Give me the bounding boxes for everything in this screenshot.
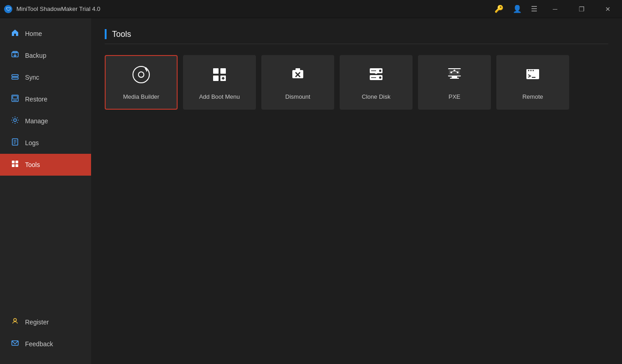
svg-rect-43 (450, 78, 459, 79)
svg-point-34 (379, 70, 382, 72)
sidebar-item-manage-label: Manage (25, 117, 48, 125)
pxe-icon (444, 65, 464, 89)
app-body: Home Backup Sync (0, 18, 622, 364)
sidebar-item-feedback-label: Feedback (25, 340, 53, 348)
svg-rect-24 (220, 68, 226, 74)
page-header: Tools (105, 29, 608, 44)
svg-point-21 (133, 66, 149, 83)
app-title: MiniTool ShadowMaker Trial 4.0 (16, 5, 100, 12)
titlebar-controls: 🔑 👤 ☰ ─ ❐ ✕ (493, 0, 618, 18)
tool-card-media-builder[interactable]: Media Builder (105, 55, 178, 110)
svg-point-52 (530, 70, 532, 71)
tool-card-dismount[interactable]: Dismount (261, 55, 334, 110)
close-button[interactable]: ✕ (597, 0, 618, 18)
svg-point-51 (528, 70, 530, 71)
register-icon (10, 317, 20, 327)
svg-rect-17 (12, 164, 15, 167)
sidebar-item-sync[interactable]: Sync (0, 66, 91, 88)
sidebar-item-restore[interactable]: Restore (0, 88, 91, 110)
sidebar-item-sync-label: Sync (25, 74, 39, 81)
manage-icon (10, 116, 20, 126)
svg-rect-18 (15, 164, 18, 167)
backup-icon (10, 51, 20, 61)
menu-icon[interactable]: ☰ (529, 3, 539, 15)
restore-button[interactable]: ❐ (571, 0, 592, 18)
tool-card-remote-label: Remote (522, 93, 543, 100)
svg-rect-42 (452, 76, 457, 78)
sidebar-item-logs[interactable]: Logs (0, 132, 91, 154)
sidebar-item-tools[interactable]: Tools (0, 154, 91, 176)
sidebar-item-register-label: Register (25, 318, 49, 326)
tool-card-media-builder-label: Media Builder (123, 93, 159, 100)
minimize-button[interactable]: ─ (545, 0, 566, 18)
svg-point-22 (138, 72, 144, 77)
sidebar: Home Backup Sync (0, 18, 91, 364)
svg-rect-25 (213, 76, 219, 81)
dismount-icon (288, 65, 308, 89)
tools-icon (10, 160, 20, 170)
svg-point-53 (533, 70, 534, 71)
svg-rect-15 (12, 161, 15, 163)
add-boot-menu-icon (209, 65, 229, 89)
sync-icon (10, 72, 20, 82)
restore-icon (10, 94, 20, 104)
tool-card-add-boot-menu[interactable]: Add Boot Menu (183, 55, 256, 110)
sidebar-item-register[interactable]: Register (0, 311, 91, 333)
media-builder-icon (131, 65, 151, 89)
sidebar-item-feedback[interactable]: Feedback (0, 333, 91, 355)
svg-point-19 (14, 318, 16, 321)
svg-rect-30 (296, 68, 300, 71)
svg-point-36 (379, 76, 382, 79)
page-title: Tools (112, 30, 131, 39)
tools-grid: Media Builder Add Boot Men (105, 55, 608, 110)
page-title-accent (105, 29, 107, 39)
home-icon (10, 29, 20, 39)
sidebar-item-backup-label: Backup (25, 52, 46, 59)
tool-card-pxe[interactable]: PXE (418, 55, 491, 110)
key-icon[interactable]: 🔑 (493, 3, 505, 15)
app-icon: 🛡 (4, 5, 13, 14)
svg-text:🛡: 🛡 (6, 6, 11, 12)
remote-icon (523, 65, 543, 89)
titlebar-left: 🛡 MiniTool ShadowMaker Trial 4.0 (4, 5, 100, 14)
tool-card-pxe-label: PXE (449, 93, 460, 100)
sidebar-item-restore-label: Restore (25, 96, 47, 103)
tool-card-clone-disk-label: Clone Disk (362, 93, 391, 100)
svg-rect-16 (15, 161, 18, 163)
sidebar-item-manage[interactable]: Manage (0, 110, 91, 132)
svg-point-10 (14, 119, 16, 121)
tool-card-add-boot-menu-label: Add Boot Menu (199, 93, 240, 100)
sidebar-bottom: Register Feedback (0, 311, 91, 364)
sidebar-item-tools-label: Tools (25, 161, 40, 168)
clone-disk-icon (366, 65, 386, 89)
titlebar: 🛡 MiniTool ShadowMaker Trial 4.0 🔑 👤 ☰ ─… (0, 0, 622, 18)
tool-card-dismount-label: Dismount (286, 93, 311, 100)
svg-rect-5 (12, 75, 18, 76)
main-content: Tools Media Builder (91, 18, 622, 364)
person-icon[interactable]: 👤 (511, 3, 524, 15)
tool-card-remote[interactable]: Remote (496, 55, 569, 110)
sidebar-item-logs-label: Logs (25, 139, 39, 147)
tool-card-clone-disk[interactable]: Clone Disk (340, 55, 413, 110)
feedback-icon (10, 339, 20, 349)
logs-icon (10, 138, 20, 148)
svg-rect-6 (12, 77, 18, 79)
svg-rect-23 (213, 68, 219, 74)
sidebar-item-backup[interactable]: Backup (0, 45, 91, 66)
sidebar-item-home[interactable]: Home (0, 23, 91, 45)
svg-rect-8 (13, 96, 17, 99)
sidebar-item-home-label: Home (25, 30, 42, 37)
